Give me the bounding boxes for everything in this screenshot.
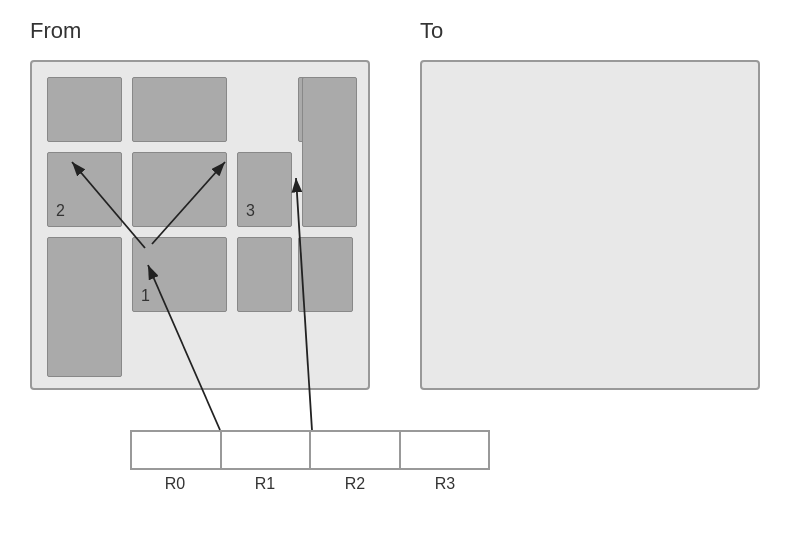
box-r2c0 xyxy=(47,237,122,377)
box-r0c1 xyxy=(132,77,227,142)
register-cell-r1 xyxy=(222,432,312,468)
box-r1c2-label: 3 xyxy=(246,202,255,220)
box-r1c0: 2 xyxy=(47,152,122,227)
register-label-r0: R0 xyxy=(130,475,220,493)
register-labels: R0 R1 R2 R3 xyxy=(130,475,490,493)
box-r2c1: 1 xyxy=(132,237,227,312)
box-r2c3 xyxy=(298,237,353,312)
register-label-r3: R3 xyxy=(400,475,490,493)
register-cell-r0 xyxy=(132,432,222,468)
box-r2c1-label: 1 xyxy=(141,287,150,305)
register-label-r2: R2 xyxy=(310,475,400,493)
register-cell-r2 xyxy=(311,432,401,468)
register-bar xyxy=(130,430,490,470)
from-label: From xyxy=(30,18,81,44)
box-r0c0 xyxy=(47,77,122,142)
box-r1c1 xyxy=(132,152,227,227)
box-r1c2: 3 xyxy=(237,152,292,227)
register-label-r1: R1 xyxy=(220,475,310,493)
box-r1c0-label: 2 xyxy=(56,202,65,220)
box-tall xyxy=(302,77,357,227)
to-label: To xyxy=(420,18,443,44)
register-cell-r3 xyxy=(401,432,489,468)
box-r2c2 xyxy=(237,237,292,312)
to-panel xyxy=(420,60,760,390)
from-panel: 2 3 1 xyxy=(30,60,370,390)
